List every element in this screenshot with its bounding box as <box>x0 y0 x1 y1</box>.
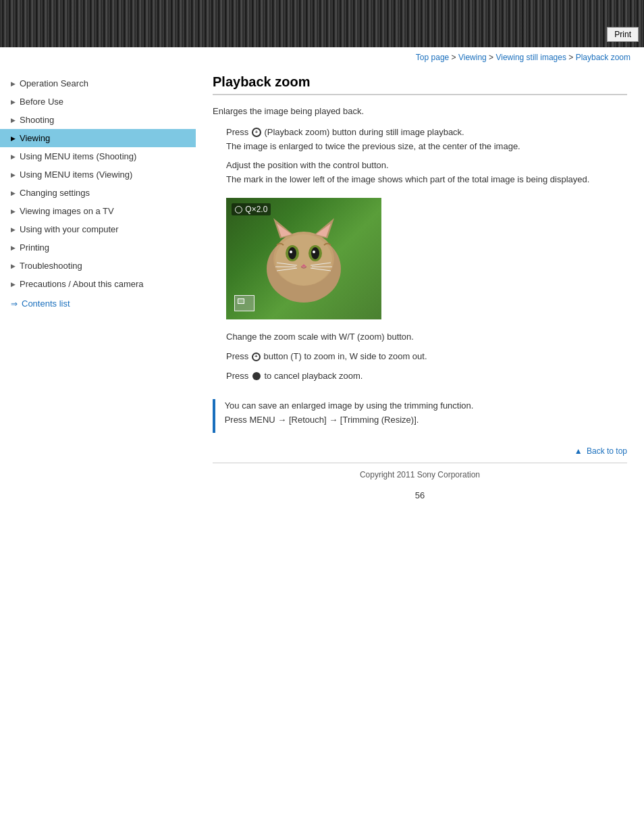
arrow-icon: ▶ <box>11 153 16 160</box>
arrow-icon: ▶ <box>11 244 16 251</box>
sidebar-label: Troubleshooting <box>20 261 82 271</box>
arrow-icon: ▶ <box>11 263 16 269</box>
cat-image-container: Q×2.0 <box>226 198 627 319</box>
sidebar-item-viewing-images-tv[interactable]: ▶ Viewing images on a TV <box>0 202 196 220</box>
arrow-icon: ▶ <box>11 135 16 142</box>
zoom-q-overlay-icon <box>235 206 242 213</box>
contents-list-label: Contents list <box>22 298 70 309</box>
content-intro: Enlarges the image being played back. <box>213 105 627 119</box>
zoom-q2-icon: + <box>252 353 261 361</box>
sidebar-item-printing[interactable]: ▶ Printing <box>0 238 196 257</box>
sidebar-label: Operation Search <box>20 78 88 88</box>
sidebar-item-shooting[interactable]: ▶ Shooting <box>0 111 196 129</box>
note-text2: Press MENU → [Retouch] → [Trimming (Resi… <box>225 413 474 427</box>
note-content: You can save an enlarged image by using … <box>225 399 474 427</box>
sidebar: ▶ Operation Search ▶ Before Use ▶ Shooti… <box>0 68 196 321</box>
sidebar-label: Shooting <box>20 115 54 125</box>
sidebar-item-before-use[interactable]: ▶ Before Use <box>0 93 196 111</box>
note-section: You can save an enlarged image by using … <box>213 399 627 433</box>
cat-image: Q×2.0 <box>226 198 381 319</box>
content-step3: Change the zoom scale with W/T (zoom) bu… <box>226 330 627 344</box>
sidebar-label: Changing settings <box>20 188 90 198</box>
main-layout: ▶ Operation Search ▶ Before Use ▶ Shooti… <box>0 68 644 521</box>
sidebar-item-using-computer[interactable]: ▶ Using with your computer <box>0 220 196 238</box>
arrow-icon: ▶ <box>11 117 16 124</box>
mini-map <box>234 295 254 311</box>
sidebar-item-using-menu-viewing[interactable]: ▶ Using MENU items (Viewing) <box>0 165 196 184</box>
content-step5: Press to cancel playback zoom. <box>226 369 627 384</box>
copyright-text: Copyright 2011 Sony Corporation <box>360 470 480 479</box>
breadcrumb-viewing[interactable]: Viewing <box>458 53 487 62</box>
back-to-top: ▲ Back to top <box>213 446 627 456</box>
contents-list-link[interactable]: ⇒ Contents list <box>0 293 196 314</box>
sidebar-item-changing-settings[interactable]: ▶ Changing settings <box>0 184 196 202</box>
breadcrumb-viewing-still-images[interactable]: Viewing still images <box>495 53 566 62</box>
circle-icon <box>252 372 261 380</box>
blue-bar-decoration <box>213 399 215 433</box>
content-step2: Adjust the position with the control but… <box>226 159 627 187</box>
sidebar-label: Precautions / About this camera <box>20 279 144 289</box>
sidebar-label: Printing <box>20 242 49 253</box>
arrow-icon: ▶ <box>11 99 16 105</box>
content-step1: Press + (Playback zoom) button during st… <box>226 126 627 154</box>
svg-point-12 <box>313 251 315 253</box>
arrow-icon: ▶ <box>11 208 16 215</box>
breadcrumb-top-page[interactable]: Top page <box>416 53 449 62</box>
sidebar-label: Using with your computer <box>20 224 119 234</box>
svg-point-9 <box>288 247 296 259</box>
content-area: Playback zoom Enlarges the image being p… <box>196 68 644 521</box>
sidebar-item-troubleshooting[interactable]: ▶ Troubleshooting <box>0 257 196 275</box>
arrow-icon: ▶ <box>11 172 16 178</box>
sidebar-item-using-menu-shooting[interactable]: ▶ Using MENU items (Shooting) <box>0 147 196 165</box>
sidebar-item-viewing[interactable]: ▶ Viewing <box>0 129 196 147</box>
breadcrumb-playback-zoom[interactable]: Playback zoom <box>576 53 630 62</box>
sidebar-label: Using MENU items (Viewing) <box>20 170 132 180</box>
back-to-top-link[interactable]: ▲ Back to top <box>574 446 627 456</box>
arrow-icon: ▶ <box>11 226 16 233</box>
sidebar-label: Using MENU items (Shooting) <box>20 151 136 161</box>
triangle-icon: ▲ <box>574 446 583 456</box>
arrow-icon: ▶ <box>11 80 16 87</box>
arrow-right-icon: ⇒ <box>11 299 18 309</box>
cat-illustration <box>236 205 371 313</box>
arrow-icon: ▶ <box>11 190 16 197</box>
zoom-q-icon: + <box>252 128 261 137</box>
note-text1: You can save an enlarged image by using … <box>225 399 474 413</box>
svg-point-10 <box>311 247 319 259</box>
sidebar-label: Viewing <box>20 133 50 143</box>
mini-map-inner <box>238 298 244 304</box>
print-button[interactable]: Print <box>607 27 639 42</box>
page-title: Playback zoom <box>213 74 627 95</box>
breadcrumb: Top page > Viewing > Viewing still image… <box>0 47 644 68</box>
arrow-icon: ▶ <box>11 281 16 288</box>
sidebar-label: Viewing images on a TV <box>20 206 114 216</box>
svg-point-11 <box>290 251 292 253</box>
footer: Copyright 2011 Sony Corporation <box>213 463 627 479</box>
svg-point-6 <box>275 234 332 286</box>
sidebar-item-precautions[interactable]: ▶ Precautions / About this camera <box>0 275 196 293</box>
zoom-indicator: Q×2.0 <box>232 203 271 215</box>
page-number: 56 <box>213 490 627 500</box>
header-bar: Print <box>0 0 644 47</box>
content-step4: Press + button (T) to zoom in, W side to… <box>226 350 627 364</box>
sidebar-label: Before Use <box>20 97 63 107</box>
sidebar-item-operation-search[interactable]: ▶ Operation Search <box>0 74 196 93</box>
